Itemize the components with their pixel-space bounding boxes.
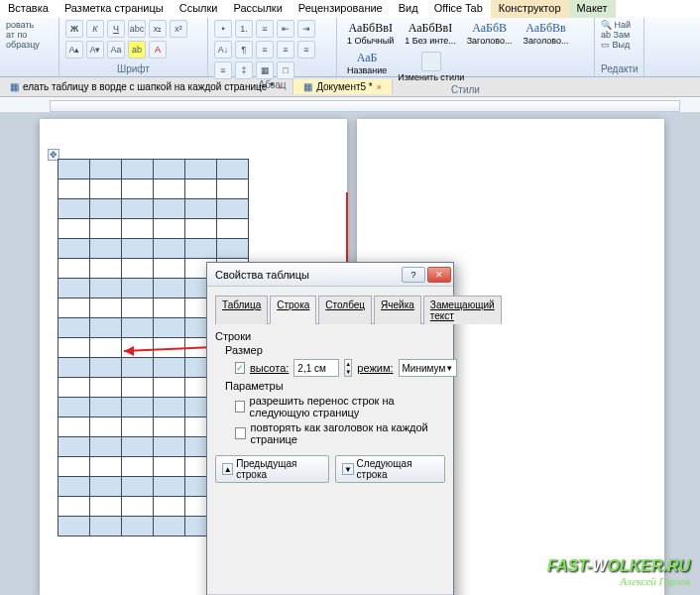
indent-dec-button[interactable]: ⇤ [277,20,294,38]
find-button[interactable]: 🔍 Най [601,20,638,30]
grow-font-button[interactable]: A▴ [65,41,83,59]
tab-view[interactable]: Вид [391,0,426,18]
prev-row-button[interactable]: ▲Предыдущая строка [215,455,329,483]
underline-button[interactable]: Ч [107,20,125,38]
sub-button[interactable]: x₂ [149,20,167,38]
height-label: высота: [250,362,289,374]
tab-alttext[interactable]: Замещающий текст [423,296,502,324]
workspace: ✥ Свойства та [0,113,700,595]
table-properties-dialog: Свойства таблицы ? ✕ Таблица Строка Стол… [206,262,454,595]
select-button[interactable]: ▭ Выд [601,40,638,50]
tab-links[interactable]: Ссылки [172,0,226,18]
mode-select[interactable]: Минимум▼ [399,359,458,377]
chevron-down-icon: ▼ [445,364,453,373]
bold-button[interactable]: Ж [65,20,83,38]
height-checkbox[interactable]: ✓ [235,362,245,374]
sup-button[interactable]: x² [170,20,187,38]
numbering-button[interactable]: 1. [235,20,253,38]
tab-review[interactable]: Рецензирование [291,0,391,18]
multilevel-button[interactable]: ≡ [256,20,274,38]
watermark: FAST-WOLKER.RU Алексей Горлов [547,557,690,587]
case-button[interactable]: Aa [107,41,125,59]
close-button[interactable]: ✕ [427,267,451,283]
next-row-button[interactable]: ▼Следующая строка [335,455,445,483]
help-button[interactable]: ? [402,267,425,283]
indent-inc-button[interactable]: ⇥ [297,20,315,38]
ribbon-tabs: Вставка Разметка страницы Ссылки Рассылк… [0,0,700,18]
italic-button[interactable]: К [86,20,104,38]
font-color-button[interactable]: A [149,41,167,59]
clipboard-text: ровать [6,20,53,30]
tab-officetab[interactable]: Office Tab [426,0,491,18]
line-spacing-button[interactable]: ‡ [235,61,253,79]
tab-column[interactable]: Столбец [318,296,372,324]
style-h1[interactable]: АаБбВЗаголово... [463,20,517,47]
align-center-button[interactable]: ≡ [277,41,294,59]
shrink-font-button[interactable]: A▾ [86,41,104,59]
style-normal[interactable]: АаБбВвІ1 Обычный [343,20,398,47]
justify-button[interactable]: ≡ [214,61,232,79]
borders-button[interactable]: □ [277,61,294,79]
align-left-button[interactable]: ≡ [256,41,274,59]
edit-group-label: Редакти [601,63,638,74]
align-right-button[interactable]: ≡ [297,41,315,59]
rows-label: Строки [215,330,445,342]
word-icon: ▦ [303,81,312,92]
tab-table[interactable]: Таблица [215,296,268,324]
show-marks-button[interactable]: ¶ [235,41,253,59]
repeat-header-label: повторять как заголовок на каждой страни… [251,421,445,445]
doc-tab-2[interactable]: ▦ Документ5 * × [293,79,393,94]
ribbon: ровать ат по образцу Ж К Ч abc x₂ x² A▴ … [0,18,700,77]
mode-label: режим: [357,362,393,374]
allow-break-checkbox[interactable] [235,401,245,413]
height-spinner[interactable]: ▲▼ [344,359,352,377]
horizontal-ruler[interactable] [0,97,700,113]
tab-insert[interactable]: Вставка [0,0,57,18]
tab-design[interactable]: Конструктор [491,0,569,18]
style-title[interactable]: АаБНазвание [343,50,391,76]
dialog-titlebar[interactable]: Свойства таблицы ? ✕ [207,263,453,287]
doc-tab-1[interactable]: ▦ елать таблицу в ворде с шапкой на кажд… [0,79,293,94]
style-nospacing[interactable]: АаБбВвІ1 Без инте... [401,20,459,47]
allow-break-label: разрешить перенос строк на следующую стр… [250,395,445,418]
change-styles-icon [421,52,441,71]
params-label: Параметры [225,380,445,392]
tab-mailings[interactable]: Рассылки [225,0,290,18]
strike-button[interactable]: abc [128,20,146,38]
sort-button[interactable]: A↓ [214,41,232,59]
tab-table-layout[interactable]: Макет [569,0,616,18]
tab-cell[interactable]: Ячейка [374,296,421,324]
highlight-button[interactable]: ab [128,41,146,59]
size-label: Размер [225,344,445,356]
format-painter[interactable]: ат по образцу [6,30,53,50]
replace-button[interactable]: ab Зам [601,30,638,40]
arrow-down-icon: ▼ [342,463,353,475]
shading-button[interactable]: ▦ [256,61,274,79]
style-h2[interactable]: АаБбВвЗаголово... [520,20,573,47]
close-icon[interactable]: × [278,82,283,92]
height-input[interactable] [293,359,339,377]
close-icon[interactable]: × [377,82,382,92]
dialog-title: Свойства таблицы [215,269,309,281]
tab-row[interactable]: Строка [270,296,316,324]
bullets-button[interactable]: • [214,20,232,38]
tab-layout[interactable]: Разметка страницы [57,0,172,18]
change-styles-button[interactable]: Изменить стили [394,50,468,84]
repeat-header-checkbox[interactable] [235,427,246,439]
font-group-label: Шрифт [65,63,201,74]
arrow-up-icon: ▲ [222,463,233,475]
word-icon: ▦ [10,81,19,92]
